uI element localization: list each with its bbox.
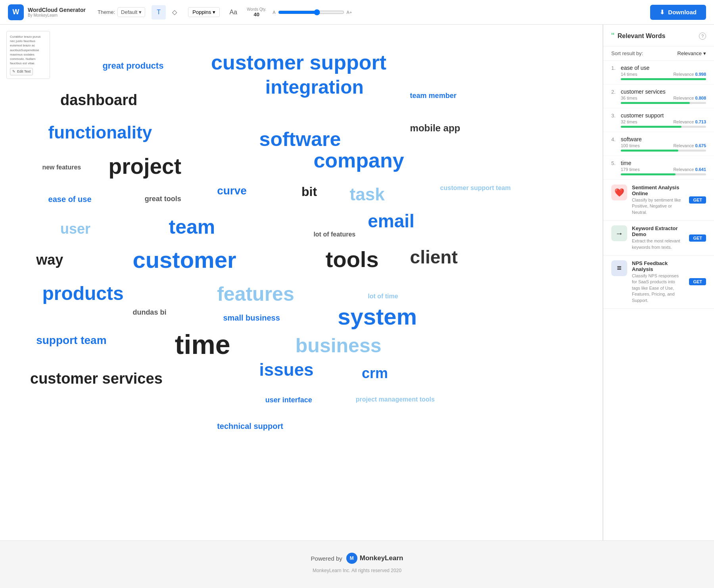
font-selector[interactable]: Poppins ▾ xyxy=(188,7,220,17)
monkeylearn-logo: M MonkeyLearn xyxy=(346,553,403,564)
header-controls: Theme: Default ▾ T ◇ Poppins ▾ Aa Words … xyxy=(98,5,650,19)
app-card: ❤️ Sentiment Analysis Online Classify by… xyxy=(603,180,714,221)
word-name: time xyxy=(621,160,631,166)
text-format-icon[interactable]: T xyxy=(152,5,166,19)
relevance-progress-bg xyxy=(621,126,706,128)
relevant-word-item: 4. software 100 times Relevance 0.675 xyxy=(603,132,714,156)
word-cloud-word: small business xyxy=(223,313,280,323)
app-info: Keyword Extractor Demo Extract the most … xyxy=(632,225,684,250)
footer-powered: Powered by M MonkeyLearn xyxy=(0,553,714,564)
size-slider[interactable] xyxy=(278,9,344,15)
word-cloud-word: technical support xyxy=(217,422,283,431)
font-aa-icon[interactable]: Aa xyxy=(226,5,240,19)
relevance-progress-fill xyxy=(621,102,690,104)
get-button[interactable]: GET xyxy=(689,278,706,285)
app-logo-icon: W xyxy=(8,4,24,20)
word-cloud-word: products xyxy=(42,282,123,304)
word-times: 36 times xyxy=(621,96,637,100)
powered-by-text: Powered by xyxy=(311,555,342,562)
footer: Powered by M MonkeyLearn MonkeyLearn Inc… xyxy=(0,540,714,577)
size-slider-control: A A+ xyxy=(273,9,352,15)
word-cloud-word: dashboard xyxy=(60,92,137,109)
word-times: 32 times xyxy=(621,119,637,124)
main-layout: Curabitur brazo purus nec justo faucibus… xyxy=(0,25,714,540)
word-times: 100 times xyxy=(621,143,640,148)
app-name: NPS Feedback Analysis xyxy=(632,260,684,272)
sidebar-header: " Relevant Words ? xyxy=(603,25,714,46)
sort-label: Sort result by: xyxy=(611,50,643,56)
relevance-progress-bg xyxy=(621,150,706,152)
word-cloud-word: client xyxy=(410,246,458,268)
theme-select[interactable]: Default ▾ xyxy=(117,7,145,17)
word-relevance: Relevance 0.675 xyxy=(673,143,706,148)
shape-icon[interactable]: ◇ xyxy=(167,5,182,19)
word-cloud-word: user xyxy=(60,221,90,237)
sort-bar: Sort result by: Relevance ▾ xyxy=(603,46,714,61)
relevance-progress-bg xyxy=(621,102,706,104)
get-button[interactable]: GET xyxy=(689,234,706,242)
app-name: Sentiment Analysis Online xyxy=(632,184,684,196)
word-cloud-word: company xyxy=(313,148,404,172)
word-cloud-word: new features xyxy=(42,164,81,171)
word-cloud-word: way xyxy=(36,252,63,268)
relevant-word-item: 3. customer support 32 times Relevance 0… xyxy=(603,108,714,132)
word-cloud-word: ease of use xyxy=(48,195,92,204)
word-cloud-word: team xyxy=(169,215,215,238)
word-cloud-word: project management tools xyxy=(356,396,435,403)
word-relevance: Relevance 0.808 xyxy=(673,96,706,100)
ml-name: MonkeyLearn xyxy=(360,554,403,562)
word-cloud-word: bit xyxy=(301,184,317,199)
word-cloud-word: customer xyxy=(132,246,236,273)
word-cloud-word: tools xyxy=(326,246,379,272)
app-name: WordCloud Generator xyxy=(28,7,86,13)
word-name: software xyxy=(621,136,642,142)
sidebar: " Relevant Words ? Sort result by: Relev… xyxy=(603,25,714,540)
ml-logo-icon: M xyxy=(346,553,357,564)
relevant-word-item: 1. ease of use 14 times Relevance 0.998 xyxy=(603,61,714,85)
app-info: NPS Feedback Analysis Classify NPS respo… xyxy=(632,260,684,304)
download-icon: ⬇ xyxy=(660,9,665,16)
word-cloud-word: team member xyxy=(410,92,457,100)
word-cloud-word: email xyxy=(368,210,415,232)
relevance-progress-bg xyxy=(621,78,706,80)
size-max-label: A+ xyxy=(347,10,352,15)
app-desc: Extract the most relevant keywords from … xyxy=(632,238,684,250)
app-desc: Classify by sentiment like Positive, Neg… xyxy=(632,197,684,215)
sort-select[interactable]: Relevance ▾ xyxy=(678,50,706,56)
relevant-word-item: 5. time 179 times Relevance 0.641 xyxy=(603,156,714,180)
download-button[interactable]: ⬇ Download xyxy=(650,5,706,20)
app-desc: Classify NPS responses for SaaS products… xyxy=(632,273,684,304)
app-name: Keyword Extractor Demo xyxy=(632,225,684,237)
word-rank: 5. xyxy=(611,160,618,166)
logo-text: WordCloud Generator By MonkeyLearn xyxy=(28,7,86,17)
help-icon[interactable]: ? xyxy=(699,33,706,40)
word-times: 179 times xyxy=(621,167,640,172)
word-cloud-word: dundas bi xyxy=(132,308,166,317)
word-cloud-word: project xyxy=(109,154,181,179)
size-min-label: A xyxy=(273,10,275,15)
word-name: ease of use xyxy=(621,65,649,71)
word-cloud-word: crm xyxy=(362,365,388,382)
word-rank: 4. xyxy=(611,136,618,142)
word-cloud-word: customer services xyxy=(30,370,163,387)
relevance-progress-fill xyxy=(621,173,676,175)
theme-label: Theme: xyxy=(98,9,115,15)
word-relevance: Relevance 0.641 xyxy=(673,167,706,172)
wordcloud-area: Curabitur brazo purus nec justo faucibus… xyxy=(0,25,603,540)
word-cloud-word: integration xyxy=(265,76,364,98)
word-relevance: Relevance 0.713 xyxy=(673,119,706,124)
word-cloud-word: customer support xyxy=(211,50,386,74)
relevance-progress-fill xyxy=(621,150,678,152)
word-relevance: Relevance 0.998 xyxy=(673,72,706,77)
app-info: Sentiment Analysis Online Classify by se… xyxy=(632,184,684,215)
word-cloud-word: features xyxy=(217,282,294,306)
word-cloud-word: task xyxy=(350,184,385,204)
app-card: ≡ NPS Feedback Analysis Classify NPS res… xyxy=(603,256,714,309)
word-cloud-word: great tools xyxy=(145,195,181,203)
app-icon: → xyxy=(611,225,627,241)
theme-control: Theme: Default ▾ xyxy=(98,7,145,17)
relevance-progress-fill xyxy=(621,126,681,128)
word-cloud-word: curve xyxy=(217,184,247,197)
get-button[interactable]: GET xyxy=(689,196,706,204)
word-cloud-word: great products xyxy=(102,61,163,71)
